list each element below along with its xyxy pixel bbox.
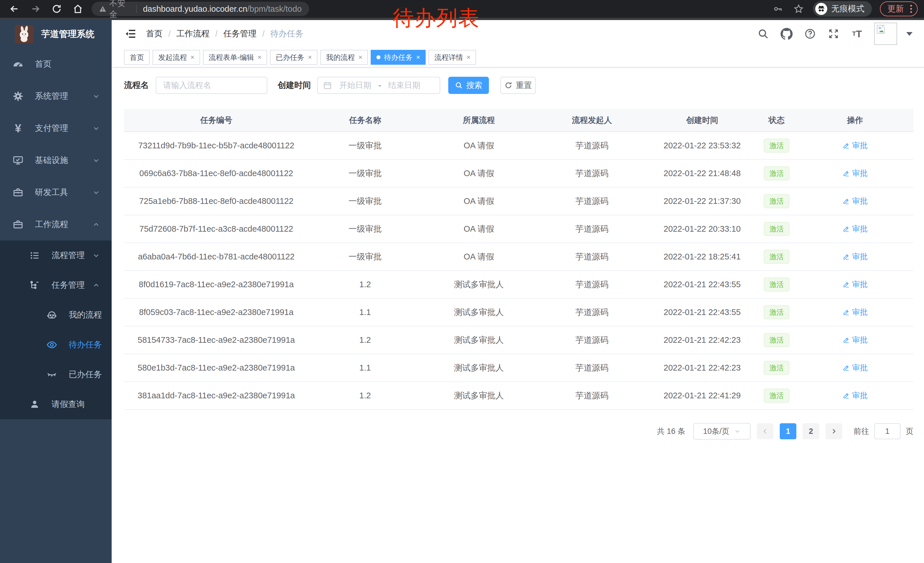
reset-button[interactable]: 重置 bbox=[500, 77, 536, 94]
browser-reload-button[interactable] bbox=[50, 3, 63, 15]
next-page-button[interactable] bbox=[825, 423, 842, 439]
app-title: 芋道管理系统 bbox=[41, 28, 94, 40]
starter-cell: 芋道源码 bbox=[536, 159, 648, 187]
create-time-cell: 2022-01-21 22:42:23 bbox=[648, 326, 756, 354]
sidebar-item-label: 请假查询 bbox=[51, 399, 85, 410]
process-name-cell: OA 请假 bbox=[422, 215, 536, 243]
date-range-picker[interactable]: - bbox=[317, 77, 440, 94]
approve-link[interactable]: 审批 bbox=[842, 251, 868, 262]
search-icon[interactable] bbox=[757, 27, 770, 40]
prev-page-button[interactable] bbox=[757, 423, 773, 439]
tag-form-edit[interactable]: 流程表单-编辑× bbox=[203, 50, 267, 65]
tag-start-process[interactable]: 发起流程× bbox=[153, 50, 200, 65]
chevron-down-icon bbox=[734, 428, 741, 435]
breadcrumb-task-mgmt[interactable]: 任务管理 bbox=[223, 28, 256, 39]
approve-link[interactable]: 审批 bbox=[842, 168, 868, 179]
page-size-select[interactable]: 10条/页 bbox=[693, 423, 750, 440]
table-row: 725a1eb6-7b88-11ec-8ef0-acde48001122 一级审… bbox=[124, 187, 914, 215]
tab-close-icon[interactable]: × bbox=[358, 54, 362, 61]
avatar-caret-icon[interactable] bbox=[906, 32, 912, 36]
sidebar-item-system[interactable]: 系统管理 bbox=[0, 80, 112, 112]
monitor-icon bbox=[12, 155, 24, 166]
tab-close-icon[interactable]: × bbox=[416, 54, 420, 61]
browser-forward-button[interactable] bbox=[29, 3, 42, 15]
tag-todo-task[interactable]: 待办任务× bbox=[371, 50, 426, 65]
approve-link[interactable]: 审批 bbox=[842, 307, 868, 317]
start-date-input[interactable] bbox=[334, 81, 377, 90]
goto-page-input[interactable] bbox=[874, 423, 900, 439]
sidebar: 芋道管理系统 首页 系统管理 ¥ 支付管理 基础设施 bbox=[0, 20, 112, 563]
address-bar[interactable]: 不安全 dashboard.yudao.iocoder.cn/bpm/task/… bbox=[92, 2, 309, 16]
browser-back-button[interactable] bbox=[8, 3, 21, 15]
avatar[interactable] bbox=[874, 23, 897, 45]
sidebar-item-label: 我的流程 bbox=[69, 309, 102, 321]
task-id-cell: a6aba0a4-7b6d-11ec-b781-acde48001122 bbox=[124, 243, 309, 270]
process-name-input[interactable] bbox=[156, 77, 267, 94]
sidebar-item-task-mgmt[interactable]: 任务管理 bbox=[0, 270, 112, 300]
breadcrumb-workflow[interactable]: 工作流程 bbox=[176, 28, 210, 39]
sidebar-item-home[interactable]: 首页 bbox=[0, 48, 112, 80]
tag-process-detail[interactable]: 流程详情× bbox=[429, 50, 476, 65]
approve-link[interactable]: 审批 bbox=[842, 279, 868, 290]
robot-icon bbox=[46, 310, 58, 320]
incognito-icon bbox=[815, 3, 827, 15]
warning-icon bbox=[99, 5, 106, 13]
tab-close-icon[interactable]: × bbox=[466, 54, 470, 61]
approve-link[interactable]: 审批 bbox=[842, 390, 868, 401]
browser-home-button[interactable] bbox=[72, 3, 84, 15]
page-2-button[interactable]: 2 bbox=[802, 423, 819, 439]
task-name-cell: 一级审批 bbox=[309, 159, 422, 187]
approve-link[interactable]: 审批 bbox=[842, 196, 868, 206]
tag-done-task[interactable]: 已办任务× bbox=[270, 50, 318, 65]
task-id-cell: 73211d9d-7b9b-11ec-b5b7-acde48001122 bbox=[124, 132, 309, 159]
browser-update-button[interactable]: 更新 bbox=[880, 2, 918, 17]
sidebar-item-label: 待办任务 bbox=[69, 339, 102, 350]
task-id-cell: 75d72608-7b7f-11ec-a3c8-acde48001122 bbox=[124, 215, 309, 243]
status-badge: 激活 bbox=[764, 167, 789, 180]
tag-home[interactable]: 首页 bbox=[124, 50, 150, 65]
sidebar-item-workflow[interactable]: 工作流程 bbox=[0, 209, 112, 240]
search-icon bbox=[455, 81, 463, 89]
page-1-button[interactable]: 1 bbox=[780, 423, 796, 439]
fullscreen-icon[interactable] bbox=[827, 27, 840, 40]
browser-toolbar: 不安全 dashboard.yudao.iocoder.cn/bpm/task/… bbox=[0, 0, 924, 18]
tab-close-icon[interactable]: × bbox=[190, 54, 194, 61]
omnibox-divider bbox=[136, 5, 137, 13]
approve-link[interactable]: 审批 bbox=[842, 140, 868, 151]
sidebar-item-process-mgmt[interactable]: 流程管理 bbox=[0, 240, 112, 270]
sidebar-item-infra[interactable]: 基础设施 bbox=[0, 144, 112, 176]
tag-my-process[interactable]: 我的流程× bbox=[320, 50, 368, 65]
sidebar-item-todo-task[interactable]: 待办任务 bbox=[0, 330, 112, 360]
task-name-cell: 一级审批 bbox=[309, 187, 422, 215]
bookmark-star-icon[interactable] bbox=[792, 3, 805, 15]
approve-link[interactable]: 审批 bbox=[842, 224, 868, 234]
tab-close-icon[interactable]: × bbox=[308, 54, 312, 61]
approve-link[interactable]: 审批 bbox=[842, 335, 868, 345]
sidebar-item-done-task[interactable]: 已办任务 bbox=[0, 360, 112, 389]
password-key-icon[interactable] bbox=[772, 3, 784, 15]
sidebar-item-devtools[interactable]: 研发工具 bbox=[0, 176, 112, 209]
help-icon[interactable] bbox=[804, 27, 816, 40]
github-icon[interactable] bbox=[780, 27, 793, 40]
tab-close-icon[interactable]: × bbox=[257, 54, 261, 61]
sidebar-collapse-icon[interactable] bbox=[123, 26, 138, 41]
task-id-cell: 580e1b3d-7ac8-11ec-a9e2-a2380e71991a bbox=[124, 354, 309, 382]
breadcrumb-home[interactable]: 首页 bbox=[146, 28, 163, 39]
sidebar-item-my-process[interactable]: 我的流程 bbox=[0, 300, 112, 330]
end-date-input[interactable] bbox=[383, 81, 426, 90]
sidebar-item-pay[interactable]: ¥ 支付管理 bbox=[0, 112, 112, 144]
logo-row[interactable]: 芋道管理系统 bbox=[0, 20, 112, 48]
status-badge: 激活 bbox=[764, 333, 789, 347]
edit-pen-icon bbox=[842, 170, 850, 177]
process-name-cell: 测试多审批人 bbox=[422, 354, 536, 382]
list-tree-icon bbox=[28, 250, 40, 261]
sidebar-item-leave-query[interactable]: 请假查询 bbox=[0, 389, 112, 419]
status-badge: 激活 bbox=[764, 250, 789, 264]
table-row: 8f0d1619-7ac8-11ec-a9e2-a2380e71991a 1.2… bbox=[124, 270, 914, 299]
font-size-icon[interactable]: TT bbox=[851, 27, 863, 40]
search-button[interactable]: 搜索 bbox=[448, 77, 489, 94]
security-label: 不安全 bbox=[110, 0, 130, 20]
goto-label: 前往 bbox=[854, 426, 869, 437]
browser-menu-icon[interactable] bbox=[910, 5, 912, 13]
approve-link[interactable]: 审批 bbox=[842, 363, 868, 373]
